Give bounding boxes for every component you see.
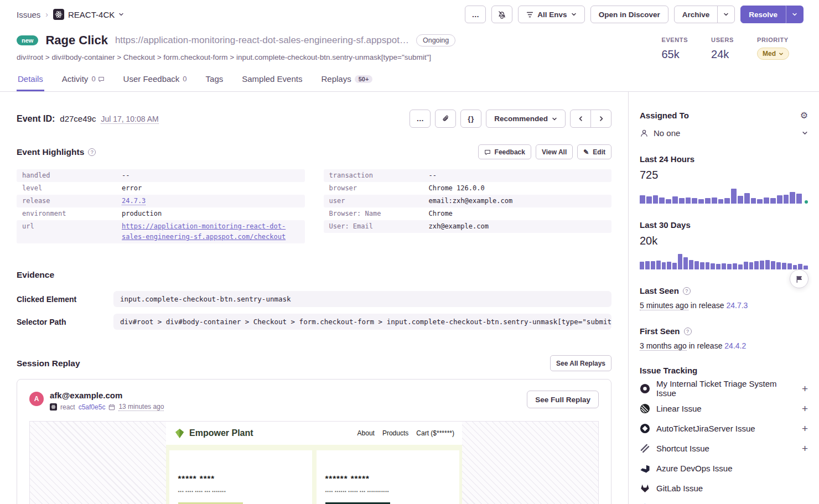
issue-tracking-label: Shortcut Issue (656, 444, 709, 453)
highlight-value[interactable]: 24.7.3 (122, 196, 299, 206)
replay-user-link[interactable]: afk@example.com (50, 391, 164, 400)
replay-preview[interactable]: Empower Plant AboutProductsCart ($******… (29, 421, 599, 504)
empower-plant-logo-icon (174, 428, 185, 439)
issue-tracking-item[interactable]: AutoTicketJiraServer Issue+ (640, 418, 808, 438)
last-seen-time: 5 minutes ago (640, 301, 688, 310)
open-in-discover-button[interactable]: Open in Discover (590, 6, 668, 23)
spark-bar (764, 198, 769, 204)
evidence-row: Selector Pathdiv#root > div#body-contain… (17, 314, 611, 330)
issue-tracking-label: GitLab Issue (656, 484, 703, 493)
product-title: ***** **** (178, 474, 303, 483)
event-id-value: d27ce49c (60, 114, 96, 123)
tab-details[interactable]: Details (17, 69, 44, 91)
tab-label: Activity (62, 74, 89, 84)
tab-badge: 50+ (355, 75, 373, 83)
last-seen-release-link[interactable]: 24.7.3 (726, 301, 748, 310)
spark-bar (790, 192, 795, 204)
see-all-replays-button[interactable]: See All Replays (550, 355, 611, 371)
spark-bar (640, 262, 644, 269)
issue-tracking-item[interactable]: GitLab Issue (640, 478, 808, 498)
highlight-row: levelerror (17, 182, 305, 195)
mute-notifications-button[interactable] (491, 6, 512, 23)
priority-dropdown[interactable]: Med (757, 48, 789, 60)
tab-replays[interactable]: Replays50+ (320, 69, 374, 91)
spark-bar (738, 196, 743, 204)
highlight-key: url (22, 221, 122, 242)
project-selector[interactable]: REACT-4CK (53, 9, 124, 20)
spark-bar (678, 254, 682, 269)
highlight-row: Browser: NameChrome (324, 207, 612, 220)
spark-bar (776, 262, 781, 269)
tab-user-feedback[interactable]: User Feedback0 (122, 69, 188, 91)
issue-tracking-item[interactable]: Linear Issue+ (640, 398, 808, 418)
replay-project: react (60, 403, 75, 411)
issue-tracking-item[interactable]: Jira Issue (640, 498, 808, 504)
chevron-down-icon (723, 12, 729, 17)
event-id-label: Event ID: (17, 114, 55, 124)
assignee-dropdown[interactable]: No one (640, 128, 808, 138)
tab-label: Tags (206, 74, 224, 84)
highlight-value[interactable]: https://application-monitoring-react-dot… (122, 221, 299, 242)
chevron-down-icon (802, 130, 808, 136)
breadcrumb-issues-link[interactable]: Issues (17, 10, 40, 19)
tab-label: User Feedback (123, 74, 180, 84)
add-issue-link-button[interactable]: + (802, 423, 808, 434)
next-event-button[interactable] (590, 110, 611, 128)
azure-devops-icon (640, 463, 650, 474)
calendar-icon (108, 404, 115, 411)
main-content: Event ID: d27ce49c Jul 17, 10:08 AM … {}… (0, 92, 628, 504)
spark-bar (653, 195, 659, 204)
issue-tracking-item[interactable]: Shortcut Issue+ (640, 438, 808, 458)
more-actions-button[interactable]: … (465, 6, 486, 23)
archive-button[interactable]: Archive (674, 6, 718, 23)
highlight-row: environmentproduction (17, 207, 305, 220)
gear-icon[interactable]: ⚙ (800, 111, 808, 120)
stat-events-value[interactable]: 65k (661, 48, 688, 61)
session-replay-card: A afk@example.com react c5af0e5c (17, 379, 611, 504)
previous-event-button[interactable] (570, 110, 591, 128)
stat-users-label: USERS (711, 37, 734, 43)
spark-bar (662, 262, 666, 269)
feedback-button[interactable]: Feedback (478, 144, 531, 159)
chevron-down-icon (571, 12, 577, 17)
spark-bar (770, 198, 776, 204)
environment-filter-button[interactable]: All Envs (518, 6, 584, 23)
resolve-button[interactable]: Resolve (740, 6, 786, 23)
tab-count: 0 (91, 75, 104, 83)
add-issue-link-button[interactable]: + (802, 403, 808, 414)
replay-site-products: ***** ******* **** **** *** *******Add t… (166, 445, 462, 504)
view-all-button[interactable]: View All (536, 144, 573, 159)
event-more-button[interactable]: … (409, 110, 431, 128)
edit-highlights-button[interactable]: ✎ Edit (577, 144, 611, 159)
replay-site-nav: AboutProductsCart ($******) (357, 429, 454, 437)
event-json-button[interactable]: {} (460, 110, 481, 128)
archive-dropdown-button[interactable] (717, 6, 735, 23)
add-issue-link-button[interactable]: + (802, 443, 808, 454)
first-seen-release-link[interactable]: 24.4.2 (724, 341, 746, 350)
issue-tracking-item[interactable]: Azure DevOps Issue (640, 458, 808, 478)
event-sort-dropdown[interactable]: Recommended (486, 110, 566, 128)
event-attachments-button[interactable] (435, 110, 456, 128)
evidence-row: Clicked Elementinput.complete-checkout-b… (17, 291, 611, 307)
add-issue-link-button[interactable]: + (802, 383, 808, 394)
tab-tags[interactable]: Tags (205, 69, 225, 91)
see-full-replay-button[interactable]: See Full Replay (527, 391, 599, 408)
stat-users-value[interactable]: 24k (711, 48, 734, 61)
event-pager (570, 110, 611, 128)
last-30d-title: Last 30 Days (640, 220, 808, 230)
tab-sampled-events[interactable]: Sampled Events (241, 69, 303, 91)
replay-product-card: ***** ******* **** **** *** *******Add t… (169, 450, 312, 504)
spark-bar (760, 261, 764, 269)
highlight-row: handled-- (17, 169, 305, 182)
highlight-value: -- (122, 170, 299, 181)
spark-bar (692, 198, 697, 204)
resolve-dropdown-button[interactable] (786, 6, 804, 23)
event-timestamp: Jul 17, 10:08 AM (101, 115, 158, 124)
chevron-down-icon (792, 12, 797, 17)
floating-flag-button[interactable] (790, 269, 808, 288)
live-indicator-dot (805, 200, 808, 204)
issue-tracking-item[interactable]: My Internal Ticket Triage System Issue+ (640, 378, 808, 398)
spark-bar (749, 262, 754, 269)
replay-id-link[interactable]: c5af0e5c (79, 403, 106, 411)
tab-activity[interactable]: Activity0 (61, 69, 106, 91)
